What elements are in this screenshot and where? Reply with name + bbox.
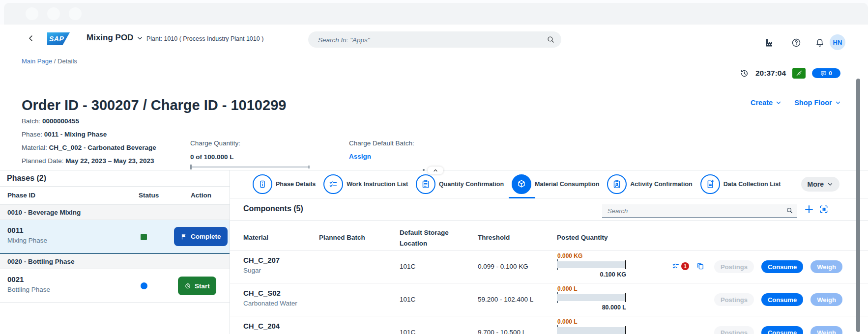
consume-button[interactable]: Consume <box>761 260 803 273</box>
target-quantity: 80.000 L <box>557 304 626 311</box>
weigh-button[interactable]: Weigh <box>810 326 842 334</box>
threshold-marker <box>625 326 626 334</box>
charge-default-batch-label: Charge Default Batch: <box>349 138 414 151</box>
tab-data-collection-list[interactable]: Data Collection List <box>700 174 781 194</box>
component-description: Sugar <box>243 267 261 274</box>
component-material: CH_C_207 <box>243 256 280 264</box>
chevron-up-icon <box>433 167 438 173</box>
postings-button[interactable]: Postings <box>714 260 754 273</box>
components-toolbar: Components (5) <box>230 198 868 221</box>
col-posted-quantity: Posted Quantity <box>557 234 608 241</box>
shop-floor-button[interactable]: Shop Floor <box>794 99 841 107</box>
tab-material-consumption[interactable]: Material Consumption <box>512 174 599 194</box>
bar-tick <box>557 292 558 294</box>
target-quantity: 0.100 KG <box>557 271 626 278</box>
collapse-header-button[interactable] <box>428 167 443 174</box>
tab-ghost-icon <box>47 7 60 20</box>
col-material: Material <box>243 234 268 241</box>
planned-date-field: Planned Date: May 22, 2023 – May 23, 202… <box>22 155 156 168</box>
tab-activity-confirmation[interactable]: Activity Confirmation <box>607 174 692 194</box>
copy-icon <box>696 262 705 271</box>
postings-button[interactable]: Postings <box>714 326 754 334</box>
tab-work-instruction-list[interactable]: Work Instruction List <box>323 174 408 194</box>
checklist-alert-icon <box>671 261 681 271</box>
timer-icon <box>184 282 191 289</box>
charge-quantity-value: 0 of 100.000 L <box>190 151 310 162</box>
components-search-input[interactable] <box>607 204 781 218</box>
more-button[interactable]: More <box>801 177 839 192</box>
col-planned-batch: Planned Batch <box>319 234 365 241</box>
shop-floor-label: Shop Floor <box>794 99 832 107</box>
quantity-bar-fill <box>557 327 626 334</box>
phase-row-0011[interactable]: 0011 Mixing Phase Complete <box>0 220 230 254</box>
shell-search[interactable] <box>308 31 561 48</box>
components-search[interactable] <box>602 204 797 218</box>
tab-label: Phase Details <box>276 181 316 188</box>
complete-button[interactable]: Complete <box>174 227 228 246</box>
package-icon <box>516 179 527 190</box>
postings-button[interactable]: Postings <box>714 293 754 306</box>
row-actions: Postings Consume Weigh <box>714 293 842 306</box>
avatar[interactable]: HN <box>830 34 845 50</box>
status-ready-icon <box>141 282 147 289</box>
weigh-button[interactable]: Weigh <box>810 260 842 273</box>
question-circle-icon <box>791 38 801 48</box>
col-storage-location: Default Storage Location <box>400 227 453 249</box>
plug-disconnected-icon <box>796 70 803 77</box>
posted-value: 0.000 KG <box>557 252 582 259</box>
document-add-icon <box>705 179 716 190</box>
component-storage: 101C <box>400 296 415 303</box>
search-icon[interactable] <box>786 207 793 214</box>
assign-link[interactable]: Assign <box>349 151 414 160</box>
alerts-button[interactable]: 1 <box>671 261 689 271</box>
barcode-scan-button[interactable] <box>819 204 829 214</box>
copy-button[interactable] <box>696 262 705 271</box>
messages-button[interactable]: 0 <box>812 68 840 78</box>
phase-field: Phase: 0011 - Mixing Phase <box>22 128 156 141</box>
add-component-button[interactable] <box>803 203 815 215</box>
clipboard-person-icon <box>611 179 622 190</box>
threshold-marker <box>625 293 626 302</box>
phases-title: Phases (2) <box>0 170 230 187</box>
help-button[interactable] <box>791 38 801 48</box>
col-threshold: Threshold <box>478 234 510 241</box>
search-icon[interactable] <box>547 35 555 44</box>
charge-quantity-label: Charge Quantity: <box>190 138 310 151</box>
breadcrumb-main-page-link[interactable]: Main Page <box>22 57 52 65</box>
chevron-left-icon <box>27 34 35 43</box>
back-button[interactable] <box>27 34 36 44</box>
sap-logo-text: SAP <box>47 35 64 43</box>
shell-search-input[interactable] <box>317 31 535 49</box>
charge-quantity-block: Charge Quantity: 0 of 100.000 L <box>190 138 310 168</box>
tab-quantity-confirmation[interactable]: Quantity Confirmation <box>416 174 504 194</box>
charge-default-batch-block: Charge Default Batch: Assign <box>349 138 414 160</box>
phase-id: 0011 <box>7 226 24 234</box>
create-button[interactable]: Create <box>751 99 781 107</box>
quantity-bar-fill <box>557 294 626 301</box>
notifications-button[interactable] <box>815 38 825 48</box>
scanner-status-button[interactable] <box>792 68 806 79</box>
plant-info: Plant: 1010 ( Process Industry Plant 101… <box>146 35 263 42</box>
phase-row-0021[interactable]: 0021 Bottling Phase Start <box>0 269 230 303</box>
weigh-button[interactable]: Weigh <box>810 293 842 306</box>
checklist-icon <box>328 179 339 190</box>
component-row: CH_C_S02 Carbonated Water 101C 59.200 - … <box>230 283 868 316</box>
browser-tab-band <box>4 3 868 25</box>
message-icon <box>820 70 827 77</box>
component-row: CH_C_207 Sugar 101C 0.099 - 0.100 KG 0.0… <box>230 250 868 283</box>
consume-button[interactable]: Consume <box>761 293 803 306</box>
consume-button[interactable]: Consume <box>761 326 803 334</box>
start-button[interactable]: Start <box>178 277 216 295</box>
sap-logo[interactable]: SAP <box>47 32 70 45</box>
tab-ghost-icon <box>69 7 82 20</box>
history-button[interactable] <box>740 69 749 78</box>
start-label: Start <box>195 282 210 290</box>
charge-quantity-progress <box>190 166 310 168</box>
plant-monitor-button[interactable] <box>765 38 775 48</box>
breadcrumb-current: Details <box>58 57 77 65</box>
bell-icon <box>815 38 825 48</box>
breadcrumb-separator: / <box>54 57 58 65</box>
page-scrollbar[interactable] <box>856 79 860 332</box>
tab-phase-details[interactable]: Phase Details <box>253 174 316 194</box>
app-title-menu[interactable]: Mixing POD <box>87 33 143 43</box>
